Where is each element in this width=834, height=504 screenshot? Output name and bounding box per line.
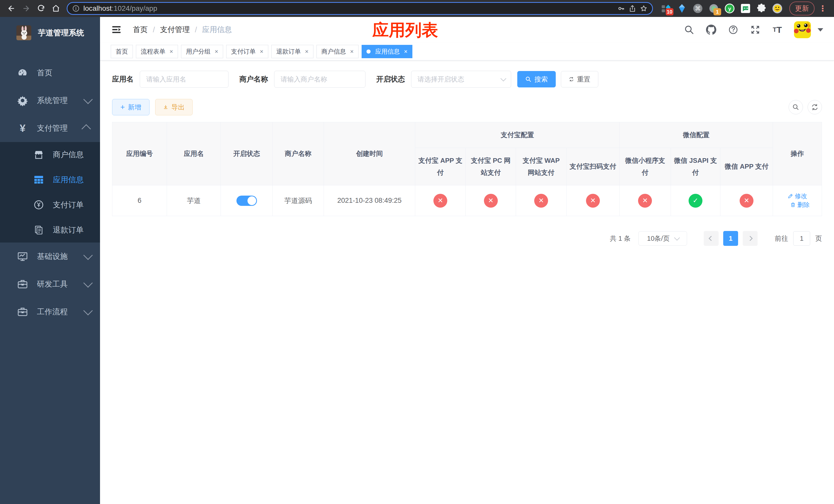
group-header-alipay: 支付宝配置 (415, 122, 620, 148)
extension-command-icon[interactable]: ⌘ (693, 3, 703, 14)
sidebar-logo[interactable]: 芋道管理系统 (0, 17, 100, 49)
sidebar-fold-button[interactable] (111, 24, 122, 36)
browser-reload-button[interactable] (35, 2, 48, 15)
tab-refund-order[interactable]: 退款订单× (271, 45, 313, 58)
chevron-down-icon (501, 76, 506, 82)
github-icon[interactable] (706, 24, 717, 35)
toggle-search-button[interactable] (789, 100, 803, 114)
user-avatar[interactable] (794, 21, 811, 38)
sidebar: 芋道管理系统 首页 系统管理 ¥ 支付管理 (0, 17, 100, 504)
sidebar-item-workflow[interactable]: 工作流程 (0, 298, 100, 326)
col-header-actions: 操作 (773, 122, 822, 185)
export-button[interactable]: 导出 (155, 99, 193, 115)
col-header-status: 开启状态 (221, 122, 272, 185)
close-icon[interactable]: × (350, 48, 354, 55)
cell-alipay-pc: ✕ (465, 185, 516, 216)
status-select[interactable]: 请选择开启状态 (411, 71, 511, 88)
add-button[interactable]: + 新增 (112, 99, 150, 115)
extension-gem-icon[interactable] (677, 3, 687, 14)
tab-app-info-active[interactable]: 应用信息× (361, 45, 412, 58)
chrome-update-button[interactable]: 更新 (789, 2, 814, 15)
fullscreen-icon[interactable] (750, 24, 761, 35)
close-icon[interactable]: × (404, 48, 408, 55)
close-icon[interactable]: × (305, 48, 308, 55)
cell-merchant: 芋道源码 (272, 185, 324, 216)
address-bar[interactable]: localhost:1024/pay/app (67, 2, 653, 15)
help-icon[interactable] (728, 24, 739, 35)
browser-home-button[interactable] (49, 2, 63, 15)
col-header-alipay-app: 支付宝 APP 支付 (415, 148, 465, 185)
tab-process-form[interactable]: 流程表单× (136, 45, 178, 58)
sidebar-item-merchant-info[interactable]: 商户信息 (0, 142, 100, 167)
close-icon[interactable]: × (215, 48, 218, 55)
profile-avatar-icon[interactable] (772, 3, 783, 14)
chevron-down-icon (83, 306, 93, 315)
search-icon[interactable] (684, 24, 695, 35)
status-toggle[interactable] (237, 196, 257, 206)
extension-pinned-icon[interactable]: 10 (661, 3, 672, 14)
goto-page-input[interactable] (793, 231, 810, 246)
password-key-icon[interactable] (617, 5, 625, 12)
breadcrumb-payment[interactable]: 支付管理 (160, 25, 190, 35)
navbar-actions: TT (684, 21, 823, 38)
chevron-down-icon (674, 235, 680, 241)
breadcrumb-home[interactable]: 首页 (133, 25, 148, 35)
logo-rabbit-image (16, 25, 31, 40)
chevron-left-icon (708, 236, 714, 241)
sidebar-item-payment[interactable]: ¥ 支付管理 (0, 114, 100, 142)
dashboard-icon (17, 67, 28, 78)
svg-text:y: y (728, 6, 731, 12)
page-size-select[interactable]: 10条/页 (638, 231, 687, 246)
search-button[interactable]: 搜索 (517, 71, 556, 87)
merchant-name-input[interactable] (274, 71, 366, 88)
browser-menu-button[interactable]: ⋮ (816, 4, 829, 13)
tab-pay-order[interactable]: 支付订单× (226, 45, 268, 58)
sidebar-item-system[interactable]: 系统管理 (0, 87, 100, 114)
merchant-name-label: 商户名称 (239, 74, 268, 84)
site-info-icon[interactable] (72, 5, 80, 12)
browser-forward-button[interactable] (20, 2, 33, 15)
sidebar-item-dev-tools[interactable]: 研发工具 (0, 270, 100, 298)
edit-link[interactable]: 修改 (788, 192, 807, 200)
pagination: 共 1 条 10条/页 1 前往 页 (112, 231, 822, 246)
extension-recorder-icon[interactable]: 1 (708, 3, 719, 14)
close-icon[interactable]: × (170, 48, 173, 55)
yen-icon: ¥ (17, 122, 28, 134)
cell-actions: 修改 删除 (773, 185, 822, 216)
sidebar-item-home[interactable]: 首页 (0, 59, 100, 87)
tab-home[interactable]: 首页 (111, 45, 133, 58)
extension-y-icon[interactable]: y (724, 3, 735, 14)
col-header-app-name: 应用名 (167, 122, 221, 185)
close-icon[interactable]: × (260, 48, 263, 55)
share-icon[interactable] (629, 5, 636, 12)
col-header-app-id: 应用编号 (112, 122, 167, 185)
sidebar-item-label: 首页 (37, 68, 52, 78)
extension-badge: 10 (666, 8, 674, 15)
sidebar-item-pay-order[interactable]: 支付订单 (0, 192, 100, 217)
refresh-table-button[interactable] (808, 100, 822, 114)
extensions-puzzle-icon[interactable] (756, 3, 767, 14)
delete-link[interactable]: 删除 (790, 201, 810, 209)
sidebar-item-refund-order[interactable]: 退款订单 (0, 217, 100, 243)
col-header-created: 创建时间 (324, 122, 415, 185)
tab-user-group[interactable]: 用户分组× (181, 45, 223, 58)
browser-back-button[interactable] (5, 2, 18, 15)
sidebar-item-app-info[interactable]: 应用信息 (0, 167, 100, 192)
avatar-caret-icon[interactable] (818, 28, 823, 31)
tab-merchant-info[interactable]: 商户信息× (316, 45, 358, 58)
store-icon (33, 149, 44, 160)
cell-alipay-wap: ✕ (516, 185, 566, 216)
app-name-input[interactable] (140, 71, 228, 88)
sidebar-item-infra[interactable]: 基础设施 (0, 243, 100, 270)
font-size-icon[interactable]: TT (772, 24, 783, 35)
prev-page-button[interactable] (704, 231, 719, 246)
col-header-alipay-pc: 支付宝 PC 网站支付 (465, 148, 516, 185)
next-page-button[interactable] (743, 231, 758, 246)
reset-button[interactable]: 重置 (561, 71, 598, 87)
bookmark-star-icon[interactable] (640, 5, 648, 12)
briefcase-icon (17, 278, 28, 290)
cell-wx-jsapi: ✓ (671, 185, 720, 216)
extension-chat-icon[interactable] (740, 3, 751, 14)
page-number-1[interactable]: 1 (723, 231, 738, 246)
status-cross-icon: ✕ (433, 194, 447, 208)
